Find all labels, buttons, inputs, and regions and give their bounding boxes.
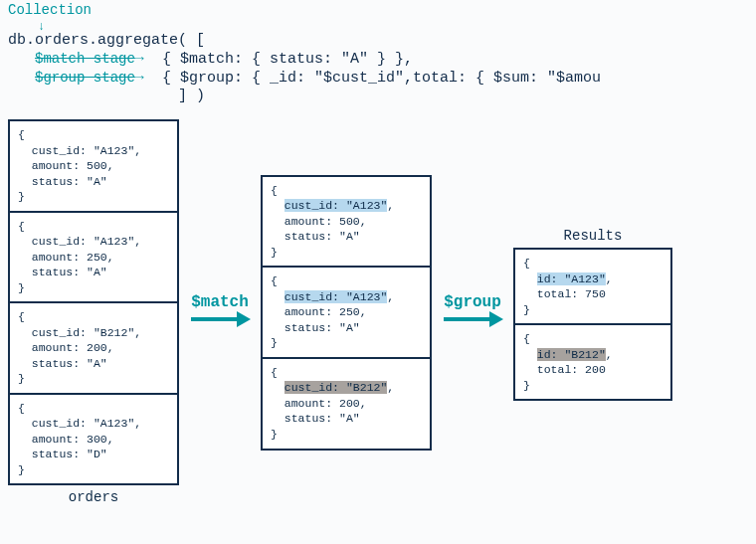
group-code: { $group: { _id: "$cust_id",total: { $su… (162, 70, 601, 87)
pipeline-diagram: { cust_id: "A123", amount: 500, status: … (8, 119, 672, 505)
group-stage-label: $group stage (35, 70, 135, 86)
orders-column-wrapper: { cust_id: "A123", amount: 500, status: … (8, 119, 179, 505)
doc-item: { cust_id: "A123", amount: 250, status: … (263, 266, 430, 357)
orders-label: orders (8, 489, 179, 505)
match-stage-label: $match stage (35, 51, 135, 67)
results-label: Results (513, 224, 672, 248)
orders-column: { cust_id: "A123", amount: 500, status: … (8, 119, 179, 485)
doc-item: { cust_id: "B212", amount: 200, status: … (263, 357, 430, 449)
result-item: { id: "B212", total: 200 } (515, 323, 670, 399)
doc-item: { cust_id: "A123", amount: 300, status: … (10, 393, 177, 484)
arrow-right-icon (442, 307, 503, 331)
result-item: { id: "A123", total: 750 } (515, 250, 670, 323)
match-code: { $match: { status: "A" } }, (162, 51, 413, 68)
code-closing: ] ) (178, 88, 205, 104)
arrow-right-icon: → (135, 51, 144, 68)
aggregate-code: db.orders.aggregate( [ $match stage→ { $… (8, 32, 601, 106)
matched-column: { cust_id: "A123", amount: 500, status: … (261, 175, 432, 451)
collection-label: Collection (8, 2, 92, 18)
arrow-right-icon (189, 307, 251, 331)
doc-item: { cust_id: "A123", amount: 250, status: … (10, 211, 177, 302)
results-column-wrapper: Results { id: "A123", total: 750 }{ id: … (513, 224, 672, 401)
match-arrow: $match (179, 293, 261, 331)
group-arrow: $group (432, 293, 513, 331)
code-prefix: db.orders.aggregate( [ (8, 32, 205, 49)
doc-item: { cust_id: "A123", amount: 500, status: … (10, 121, 177, 211)
doc-item: { cust_id: "A123", amount: 500, status: … (263, 177, 430, 267)
svg-marker-3 (489, 311, 503, 327)
svg-marker-1 (237, 311, 251, 327)
doc-item: { cust_id: "B212", amount: 200, status: … (10, 301, 177, 393)
arrow-right-icon: → (135, 70, 144, 87)
results-column: { id: "A123", total: 750 }{ id: "B212", … (513, 248, 672, 401)
